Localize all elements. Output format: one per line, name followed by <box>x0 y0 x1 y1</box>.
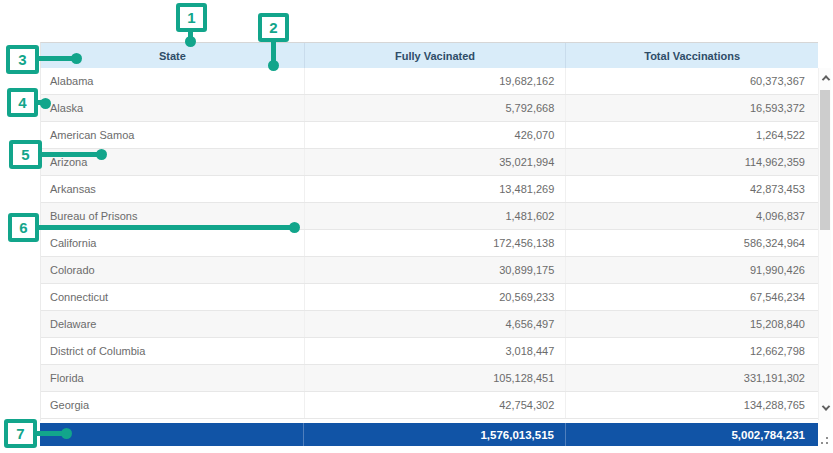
annotation-dot-3 <box>71 53 82 64</box>
cell-fully-vaccinated: 172,456,138 <box>304 230 566 256</box>
cell-fully-vaccinated: 426,070 <box>304 122 566 148</box>
annotation-callout-1: 1 <box>176 3 207 32</box>
cell-state: Connecticut <box>41 284 304 310</box>
table-row: Georgia 42,754,302 134,288,765 <box>41 392 818 419</box>
annotation-dot-7 <box>61 428 72 439</box>
annotation-line-5 <box>40 152 100 157</box>
cell-fully-vaccinated: 13,481,269 <box>304 176 566 202</box>
annotation-callout-6: 6 <box>8 213 39 242</box>
cell-total-vaccinations: 67,546,234 <box>565 284 818 310</box>
table-row: Delaware 4,656,497 15,208,840 <box>41 311 818 338</box>
table-row: Arizona 35,021,994 114,962,359 <box>41 149 818 176</box>
table-row: California 172,456,138 586,324,964 <box>41 230 818 257</box>
cell-fully-vaccinated: 4,656,497 <box>304 311 566 337</box>
cell-total-vaccinations: 4,096,837 <box>565 203 818 229</box>
cell-fully-vaccinated: 105,128,451 <box>304 365 566 391</box>
resize-grip-icon <box>820 436 829 445</box>
column-header-total-vaccinations: Total Vaccinations <box>565 43 818 68</box>
annotation-dot-2 <box>268 60 279 71</box>
cell-fully-vaccinated: 35,021,994 <box>304 149 566 175</box>
cell-total-vaccinations: 15,208,840 <box>565 311 818 337</box>
annotation-dot-6 <box>289 222 300 233</box>
annotation-dot-4 <box>40 98 51 109</box>
vaccination-data-table: State Fully Vacinated Total Vaccinations… <box>40 42 831 447</box>
cell-state: Alaska <box>41 95 304 121</box>
cell-total-vaccinations: 134,288,765 <box>565 392 818 418</box>
table-header-row: State Fully Vacinated Total Vaccinations <box>40 42 818 68</box>
cell-state: Georgia <box>41 392 304 418</box>
total-state-cell <box>40 423 303 446</box>
cell-fully-vaccinated: 3,018,447 <box>304 338 566 364</box>
table-row: Colorado 30,899,175 91,990,426 <box>41 257 818 284</box>
annotation-dot-1 <box>185 36 196 47</box>
cell-total-vaccinations: 331,191,302 <box>565 365 818 391</box>
annotation-callout-2: 2 <box>258 13 289 42</box>
table-row: Alaska 5,792,668 16,593,372 <box>41 95 818 122</box>
table-row: District of Columbia 3,018,447 12,662,79… <box>41 338 818 365</box>
chevron-down-icon <box>821 402 829 410</box>
cell-fully-vaccinated: 1,481,602 <box>304 203 566 229</box>
total-row: 1,576,013,515 5,002,784,231 <box>40 423 818 446</box>
chevron-up-icon <box>821 75 829 83</box>
annotation-callout-5: 5 <box>9 140 42 169</box>
scroll-up-button[interactable] <box>819 71 832 85</box>
cell-total-vaccinations: 586,324,964 <box>565 230 818 256</box>
cell-state: District of Columbia <box>41 338 304 364</box>
cell-fully-vaccinated: 19,682,162 <box>304 68 566 94</box>
cell-total-vaccinations: 91,990,426 <box>565 257 818 283</box>
table-row: Florida 105,128,451 331,191,302 <box>41 365 818 392</box>
cell-state: Alabama <box>41 68 304 94</box>
column-header-fully-vaccinated: Fully Vacinated <box>304 43 566 68</box>
scroll-down-button[interactable] <box>819 401 832 415</box>
table-row: Arkansas 13,481,269 42,873,453 <box>41 176 818 203</box>
vertical-scrollbar[interactable] <box>818 68 831 420</box>
cell-state: Colorado <box>41 257 304 283</box>
table-row: Connecticut 20,569,233 67,546,234 <box>41 284 818 311</box>
annotation-callout-4: 4 <box>7 88 38 117</box>
cell-total-vaccinations: 12,662,798 <box>565 338 818 364</box>
dashboard-canvas: State Fully Vacinated Total Vaccinations… <box>0 0 833 453</box>
cell-fully-vaccinated: 20,569,233 <box>304 284 566 310</box>
cell-state: California <box>41 230 304 256</box>
total-total-vaccinations: 5,002,784,231 <box>565 423 818 446</box>
table-row: American Samoa 426,070 1,264,522 <box>41 122 818 149</box>
cell-total-vaccinations: 16,593,372 <box>565 95 818 121</box>
annotation-line-6 <box>37 225 293 230</box>
annotation-callout-7: 7 <box>4 419 37 448</box>
cell-total-vaccinations: 1,264,522 <box>565 122 818 148</box>
annotation-line-2 <box>271 40 276 62</box>
cell-fully-vaccinated: 5,792,668 <box>304 95 566 121</box>
cell-total-vaccinations: 114,962,359 <box>565 149 818 175</box>
cell-fully-vaccinated: 42,754,302 <box>304 392 566 418</box>
cell-total-vaccinations: 60,373,367 <box>565 68 818 94</box>
cell-fully-vaccinated: 30,899,175 <box>304 257 566 283</box>
annotation-line-3 <box>37 56 75 61</box>
annotation-callout-3: 3 <box>6 45 39 74</box>
cell-state: Arkansas <box>41 176 304 202</box>
cell-state: American Samoa <box>41 122 304 148</box>
total-fully-vaccinated: 1,576,013,515 <box>303 423 565 446</box>
cell-state: Delaware <box>41 311 304 337</box>
cell-state: Florida <box>41 365 304 391</box>
annotation-dot-5 <box>96 149 107 160</box>
cell-total-vaccinations: 42,873,453 <box>565 176 818 202</box>
scrollbar-thumb[interactable] <box>820 90 830 230</box>
table-row: Alabama 19,682,162 60,373,367 <box>41 68 818 95</box>
table-body: Alabama 19,682,162 60,373,367 Alaska 5,7… <box>40 68 818 421</box>
